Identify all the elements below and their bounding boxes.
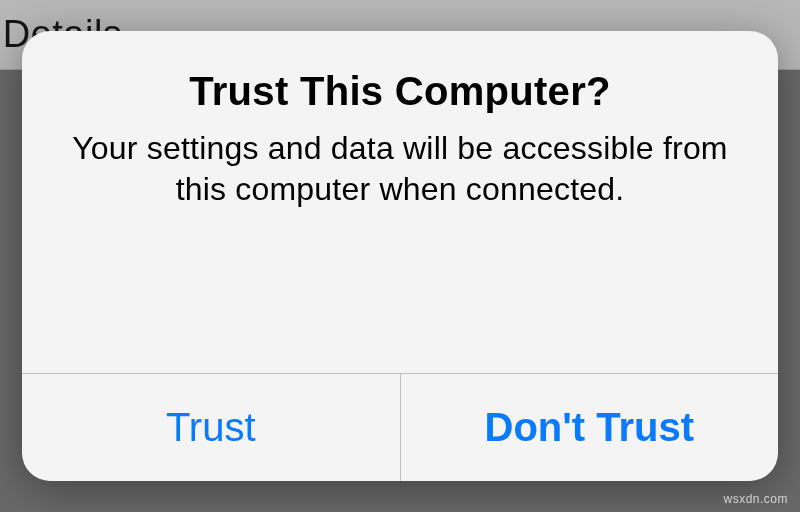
alert-message: Your settings and data will be accessibl… xyxy=(72,128,728,210)
alert-button-row: Trust Don't Trust xyxy=(22,373,778,481)
trust-computer-alert: Trust This Computer? Your settings and d… xyxy=(22,31,778,481)
alert-content: Trust This Computer? Your settings and d… xyxy=(22,31,778,373)
watermark-text: wsxdn.com xyxy=(723,492,788,506)
alert-title: Trust This Computer? xyxy=(189,69,611,114)
trust-button[interactable]: Trust xyxy=(22,374,400,481)
dont-trust-button[interactable]: Don't Trust xyxy=(400,374,779,481)
